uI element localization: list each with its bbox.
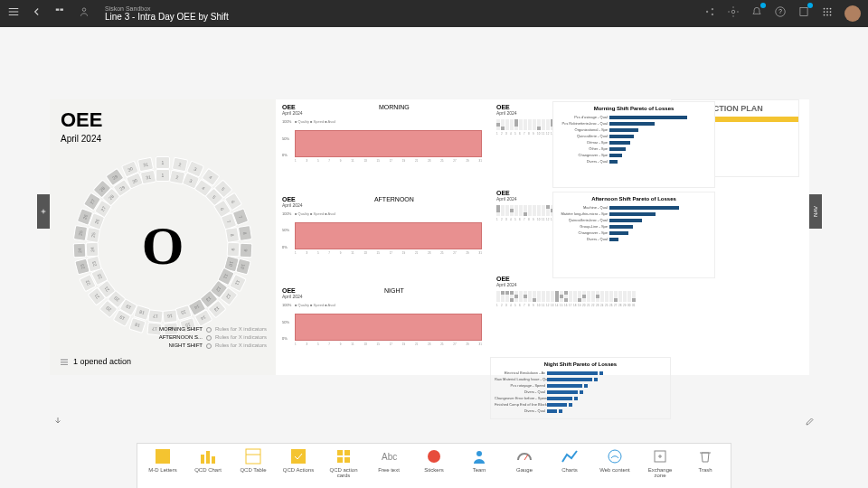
ring-cell[interactable]: 9 [226,242,240,258]
tool-m-d-letters[interactable]: M-D Letters [145,447,181,473]
canvas[interactable]: NAV OEE April 2024 O 1234567891011121314… [0,27,868,443]
ring-cell[interactable]: 1 [156,156,170,169]
back-icon[interactable] [31,5,43,22]
svg-rect-20 [201,455,204,464]
svg-point-10 [824,8,826,10]
oee-grid-card[interactable]: OEEApril 2024123456789101112131415161718… [490,271,671,357]
oee-date: April 2024 [61,134,265,144]
oee-center-letter: O [142,215,184,277]
tool-stickers[interactable]: Stickers [416,447,452,473]
svg-rect-26 [337,450,343,455]
svg-rect-29 [344,457,350,463]
shift-barchart[interactable]: OEEMORNINGApril 2024■ Quality ■ Speed ■ … [276,99,490,192]
ring-cell[interactable]: 1 [156,169,170,182]
left-drawer-tab[interactable] [37,194,50,229]
svg-rect-25 [291,449,306,464]
tool-qcd-actions[interactable]: QCD Actions [280,447,316,473]
ring-cell[interactable]: 8 [225,227,240,243]
download-icon[interactable] [49,412,67,430]
svg-point-13 [824,11,826,13]
svg-rect-28 [337,457,343,463]
pareto-chart[interactable]: Morning Shift Pareto of LossesPcs d'usin… [552,101,715,188]
svg-rect-27 [344,450,350,455]
svg-point-6 [731,10,735,14]
svg-text:Abc: Abc [382,452,397,462]
pareto-chart[interactable]: Afternoon Shift Pareto of LossesMachine … [552,192,715,278]
right-drawer-tab[interactable]: NAV [809,194,822,229]
tool-qcd-action-cards[interactable]: QCD action cards [326,447,362,478]
avatar[interactable] [844,5,861,22]
ring-cell[interactable]: 31 [140,169,156,184]
save-icon[interactable] [797,5,810,22]
svg-rect-9 [800,7,807,15]
oee-title: OEE [61,108,265,132]
ring-cell[interactable]: 17 [147,309,163,324]
svg-rect-21 [206,451,210,464]
svg-text:?: ? [778,8,782,14]
tool-tray: M-D LettersQCD ChartQCD TableQCD Actions… [0,443,868,488]
ring-cell[interactable]: 16 [162,309,177,324]
svg-point-5 [712,14,713,15]
svg-point-3 [706,11,708,13]
svg-rect-1 [60,9,63,11]
ring-cell[interactable]: 24 [86,242,99,258]
svg-point-15 [830,11,832,13]
ring-cell[interactable]: 24 [73,242,87,258]
svg-point-16 [824,14,826,16]
svg-rect-23 [246,449,260,464]
help-icon[interactable]: ? [774,5,787,22]
page-title: Siskon Sandbox Line 3 - Intra Day OEE by… [105,5,229,23]
svg-point-14 [826,11,828,13]
oee-panel: OEE April 2024 O 12345678910111213141516… [50,99,276,375]
svg-point-2 [82,8,86,11]
gear-icon[interactable] [727,5,740,22]
tool-charts[interactable]: Charts [552,447,588,473]
top-bar: Siskon Sandbox Line 3 - Intra Day OEE by… [0,0,868,27]
ring-cell[interactable]: 23 [87,255,103,272]
edit-icon[interactable] [801,412,819,430]
boards-icon[interactable] [54,5,67,22]
svg-point-17 [826,14,828,16]
shift-legend: MORNING SHIFTRules for X indicators AFTE… [159,325,267,350]
tool-trash[interactable]: Trash [687,447,723,473]
tool-qcd-chart[interactable]: QCD Chart [190,447,226,473]
board: OEE April 2024 O 12345678910111213141516… [50,99,809,375]
oee-ring[interactable]: O 12345678910111213141516171819202122232… [68,151,258,341]
svg-point-12 [830,8,832,10]
shift-barchart[interactable]: OEENIGHTApril 2024■ Quality ■ Speed ■ Av… [276,283,490,375]
svg-rect-22 [212,456,215,464]
tool-web-content[interactable]: Web content [597,447,633,473]
ring-cell[interactable]: 9 [239,242,252,258]
svg-point-31 [428,450,440,463]
shift-barchart[interactable]: OEEAFTERNOONApril 2024■ Quality ■ Speed … [276,192,490,284]
opened-actions[interactable]: 1 opened action [61,357,131,366]
pareto-night[interactable]: Night Shift Pareto of Losses Electrical … [490,357,671,419]
svg-point-11 [826,8,828,10]
tool-team[interactable]: Team [461,447,497,473]
svg-point-18 [830,14,832,16]
svg-point-32 [476,451,482,456]
svg-rect-0 [56,9,60,11]
svg-rect-19 [156,449,170,464]
tool-exchange-zone[interactable]: Exchange zone [642,447,678,478]
menu-icon[interactable] [7,5,20,22]
apps-icon[interactable] [821,5,834,22]
tool-free-text[interactable]: AbcFree text [371,447,407,473]
logo-icon [78,5,90,22]
bell-icon[interactable] [750,5,763,22]
shift-barcharts-column: OEEMORNINGApril 2024■ Quality ■ Speed ■ … [276,99,490,375]
ring-cell[interactable]: 8 [238,225,252,241]
svg-line-33 [524,455,528,460]
tool-gauge[interactable]: Gauge [506,447,542,473]
share-icon[interactable] [703,5,716,22]
tool-qcd-table[interactable]: QCD Table [235,447,271,473]
svg-point-4 [712,8,713,10]
